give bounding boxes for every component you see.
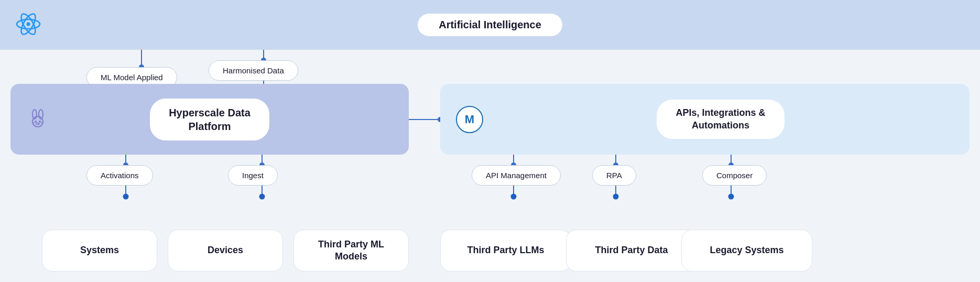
svg-point-3	[27, 22, 30, 26]
mulesoft-icon-container: M	[456, 106, 483, 133]
ai-banner: Artificial Intelligence	[0, 0, 980, 50]
atom-icon	[16, 12, 41, 37]
svg-point-32	[32, 116, 43, 127]
integration-section: M APIs, Integrations & Automations	[440, 84, 970, 155]
hyperscale-section: Hyperscale Data Platform	[10, 84, 409, 155]
ai-label: Artificial Intelligence	[418, 14, 562, 36]
rabbit-icon-container	[26, 107, 49, 132]
ingest-pill: Ingest	[228, 165, 278, 186]
harmonised-data-pill: Harmonised Data	[209, 60, 298, 81]
third-party-ml-box: Third Party ML Models	[293, 230, 409, 272]
svg-point-23	[511, 194, 517, 200]
rabbit-icon	[26, 107, 49, 130]
third-party-data-box: Third Party Data	[566, 230, 697, 272]
svg-point-37	[36, 123, 39, 124]
devices-box: Devices	[168, 230, 283, 272]
mulesoft-icon: M	[456, 106, 483, 133]
apis-label: APIs, Integrations & Automations	[657, 100, 784, 139]
svg-line-39	[41, 123, 43, 123]
hyperscale-label: Hyperscale Data Platform	[150, 99, 269, 140]
activations-pill: Activations	[86, 165, 153, 186]
api-management-pill: API Management	[472, 165, 561, 186]
third-party-llms-box: Third Party LLMs	[440, 230, 571, 272]
composer-pill: Composer	[702, 165, 767, 186]
svg-point-31	[728, 194, 734, 200]
svg-point-19	[259, 194, 265, 200]
svg-point-36	[39, 121, 41, 123]
rpa-pill: RPA	[592, 165, 636, 186]
diagram-container: Artificial Intelligence	[0, 0, 980, 282]
svg-point-27	[613, 194, 619, 200]
svg-point-17	[123, 194, 129, 200]
svg-point-35	[35, 121, 37, 123]
systems-box: Systems	[42, 230, 157, 272]
legacy-systems-box: Legacy Systems	[681, 230, 812, 272]
svg-line-38	[32, 123, 35, 123]
atom-logo-container	[16, 12, 41, 39]
